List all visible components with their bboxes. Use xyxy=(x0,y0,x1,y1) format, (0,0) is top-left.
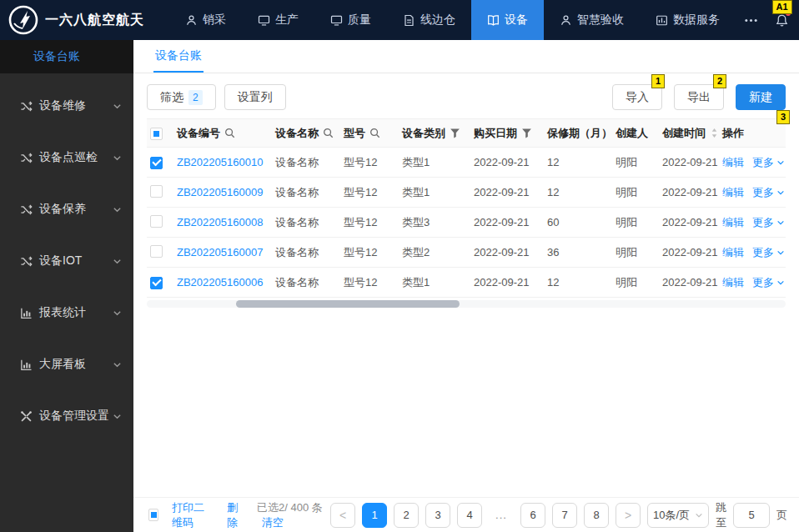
row-checkbox[interactable] xyxy=(150,245,163,258)
category-cell: 类型1 xyxy=(399,178,470,208)
creator-cell: 明阳 xyxy=(612,178,659,208)
create-button[interactable]: 新建 xyxy=(736,84,786,110)
filter-button[interactable]: 筛选 2 xyxy=(147,84,216,110)
filter-button-label: 筛选 xyxy=(160,90,183,105)
main-content: 设备台账 筛选 2 设置列 导入 xyxy=(133,40,799,532)
page-button-3[interactable]: 3 xyxy=(425,503,450,528)
table-row: ZB202205160006设备名称型号12类型12022-09-2112明阳2… xyxy=(147,268,786,298)
tab-equipment-ledger[interactable]: 设备台账 xyxy=(153,40,204,73)
edit-link[interactable]: 编辑 xyxy=(722,215,744,230)
warranty-cell: 12 xyxy=(544,268,612,298)
more-dropdown[interactable]: 更多 xyxy=(752,215,785,230)
nav-item-label: 数据服务 xyxy=(673,13,720,28)
toolbar: 筛选 2 设置列 导入 1 xyxy=(133,73,799,118)
sidebar: 设备台账设备维修设备点巡检设备保养设备IOT报表统计大屏看板设备管理设置 xyxy=(0,40,133,532)
more-dropdown[interactable]: 更多 xyxy=(752,155,785,170)
filter-icon[interactable] xyxy=(450,128,460,138)
table-row: ZB202205160008设备名称型号12类型32022-09-2160明阳2… xyxy=(147,208,786,238)
annotation-mark: A1 xyxy=(771,0,791,14)
create-button-label: 新建 xyxy=(749,90,772,105)
nav-item-数据服务[interactable]: 数据服务 xyxy=(640,0,736,40)
sidebar-item-大屏看板[interactable]: 大屏看板 xyxy=(0,348,133,381)
sort-icon[interactable] xyxy=(710,128,719,138)
more-menu-button[interactable] xyxy=(736,0,766,40)
horizontal-scrollbar[interactable] xyxy=(147,300,786,308)
edit-link[interactable]: 编辑 xyxy=(722,245,744,260)
tab-bar: 设备台账 xyxy=(133,40,799,73)
column-header-label: 创建人 xyxy=(616,126,648,141)
nav-item-线边仓[interactable]: 线边仓 xyxy=(387,0,471,40)
creator-cell: 明阳 xyxy=(612,238,659,268)
page-button-4[interactable]: 4 xyxy=(457,503,482,528)
page-button-1[interactable]: 1 xyxy=(362,503,387,528)
nav-item-label: 线边仓 xyxy=(420,13,455,28)
column-header: 设备编号 xyxy=(173,119,272,148)
search-icon[interactable] xyxy=(369,128,380,138)
model-cell: 型号12 xyxy=(340,178,399,208)
equipment-name-cell: 设备名称 xyxy=(272,208,340,238)
print-qrcode-button[interactable]: 打印二维码 xyxy=(172,500,214,530)
sidebar-item-设备点巡检[interactable]: 设备点巡检 xyxy=(0,141,133,174)
row-checkbox[interactable] xyxy=(150,157,163,169)
sidebar-item-设备管理设置[interactable]: 设备管理设置 xyxy=(0,399,133,433)
edit-link[interactable]: 编辑 xyxy=(722,275,744,290)
equipment-code-link[interactable]: ZB202205160010 xyxy=(177,156,263,168)
header-checkbox[interactable] xyxy=(150,128,163,140)
nav-item-设备[interactable]: 设备 xyxy=(471,0,544,40)
row-checkbox[interactable] xyxy=(150,185,163,198)
equipment-code-link[interactable]: ZB202205160009 xyxy=(177,186,263,198)
main-nav: 销采生产质量线边仓设备智慧验收数据服务 xyxy=(169,0,736,40)
column-header: 购买日期 xyxy=(470,119,544,148)
chevron-down-icon xyxy=(776,158,785,167)
nav-item-质量[interactable]: 质量 xyxy=(314,0,387,40)
filter-icon[interactable] xyxy=(521,128,532,138)
filter-count-badge: 2 xyxy=(188,90,203,105)
search-icon[interactable] xyxy=(224,128,235,138)
more-dropdown[interactable]: 更多 xyxy=(752,185,785,200)
equipment-code-link[interactable]: ZB202205160007 xyxy=(177,246,263,258)
column-header-label: 设备名称 xyxy=(275,126,319,141)
search-icon[interactable] xyxy=(323,128,334,138)
sidebar-item-设备保养[interactable]: 设备保养 xyxy=(0,193,133,226)
page-button-6[interactable]: 6 xyxy=(520,503,545,528)
column-settings-button[interactable]: 设置列 xyxy=(224,84,286,110)
row-checkbox[interactable] xyxy=(150,277,163,289)
page-button-7[interactable]: 7 xyxy=(552,503,577,528)
page-button-2[interactable]: 2 xyxy=(394,503,419,528)
created-time-cell: 2022-09-21 0 xyxy=(659,268,719,298)
next-page-button[interactable]: > xyxy=(616,503,641,528)
column-settings-label: 设置列 xyxy=(238,90,273,105)
nav-item-label: 生产 xyxy=(275,13,299,28)
sidebar-item-设备台账[interactable]: 设备台账 xyxy=(0,40,133,73)
equipment-code-link[interactable]: ZB202205160006 xyxy=(177,276,263,289)
sidebar-item-报表统计[interactable]: 报表统计 xyxy=(0,296,133,329)
row-checkbox[interactable] xyxy=(150,215,163,228)
edit-link[interactable]: 编辑 xyxy=(722,155,744,170)
page-button-8[interactable]: 8 xyxy=(584,503,609,528)
sidebar-item-label: 报表统计 xyxy=(39,305,113,320)
notification-button[interactable]: A1 xyxy=(766,0,797,40)
nav-item-销采[interactable]: 销采 xyxy=(169,0,242,40)
created-time-cell: 2022-09-21 0 xyxy=(659,178,719,208)
jump-page-input[interactable] xyxy=(733,503,770,528)
prev-page-button[interactable]: < xyxy=(330,503,355,528)
select-all-checkbox[interactable] xyxy=(148,509,158,521)
sidebar-item-label: 设备台账 xyxy=(33,49,122,64)
page-size-select[interactable]: 10条/页 xyxy=(647,503,709,528)
model-cell: 型号12 xyxy=(340,148,399,178)
equipment-code-link[interactable]: ZB202205160008 xyxy=(177,216,263,228)
more-dropdown[interactable]: 更多 xyxy=(752,245,785,260)
jump-prefix-label: 跳至 xyxy=(716,500,726,530)
sidebar-item-设备维修[interactable]: 设备维修 xyxy=(0,89,133,123)
sidebar-item-设备IOT[interactable]: 设备IOT xyxy=(0,244,133,278)
clear-selection-button[interactable]: 清空 xyxy=(262,516,284,529)
equipment-name-cell: 设备名称 xyxy=(272,238,340,268)
more-dropdown[interactable]: 更多 xyxy=(752,275,785,290)
delete-button[interactable]: 删除 xyxy=(227,500,244,530)
app-window: 一六八航空航天 销采生产质量线边仓设备智慧验收数据服务 A1 xyxy=(0,0,799,532)
edit-link[interactable]: 编辑 xyxy=(722,185,744,200)
nav-item-智慧验收[interactable]: 智慧验收 xyxy=(544,0,640,40)
scrollbar-thumb[interactable] xyxy=(236,300,460,308)
nav-item-生产[interactable]: 生产 xyxy=(242,0,314,40)
warranty-cell: 60 xyxy=(544,208,612,238)
